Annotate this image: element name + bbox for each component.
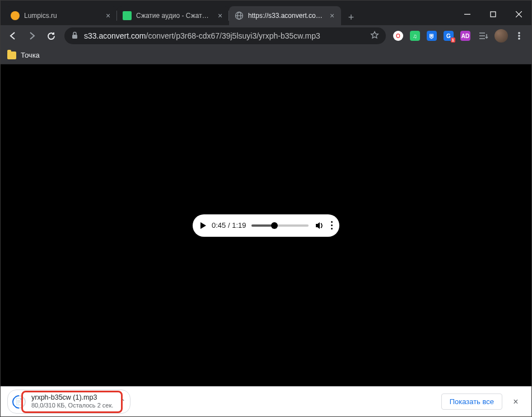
- reload-button[interactable]: [42, 27, 60, 45]
- seek-slider[interactable]: [251, 224, 309, 227]
- profile-avatar[interactable]: [493, 28, 509, 44]
- play-icon[interactable]: [200, 222, 206, 229]
- more-icon[interactable]: [330, 221, 334, 229]
- extension-translate[interactable]: G1: [441, 28, 456, 44]
- tab-strip: Lumpics.ru × Сжатие аудио - Сжатие файло…: [1, 5, 531, 25]
- audio-player: 0:45 / 1:19: [193, 214, 339, 237]
- star-icon[interactable]: [370, 31, 379, 41]
- bookmark-folder[interactable]: Точка: [7, 51, 40, 59]
- downloads-bar: 📄 yrxph-b35cw (1).mp3 80,0/310 КБ, Остал…: [1, 386, 531, 416]
- address-bar[interactable]: s33.aconvert.com/convert/p3r68-cdx67/39j…: [64, 27, 386, 44]
- chevron-up-icon[interactable]: ⌃: [120, 398, 125, 406]
- favicon-lumpics: [11, 11, 20, 20]
- tab-compression[interactable]: Сжатие аудио - Сжатие файлов ×: [117, 6, 229, 25]
- globe-icon: [235, 11, 244, 20]
- tab-title: Сжатие аудио - Сжатие файлов: [136, 12, 211, 20]
- tab-title: Lumpics.ru: [24, 12, 99, 20]
- download-item[interactable]: 📄 yrxph-b35cw (1).mp3 80,0/310 КБ, Остал…: [7, 390, 130, 414]
- svg-point-11: [518, 32, 520, 34]
- window-controls: [454, 5, 531, 23]
- show-all-button[interactable]: Показать все: [441, 393, 502, 410]
- tab-lumpics[interactable]: Lumpics.ru ×: [5, 6, 117, 25]
- menu-button[interactable]: [510, 27, 528, 45]
- url-text: s33.aconvert.com/convert/p3r68-cdx67/39j…: [84, 31, 365, 40]
- download-progress-icon: 📄: [12, 395, 26, 409]
- tab-aconvert[interactable]: https://s33.aconvert.com/convert ×: [229, 6, 341, 25]
- extension-opera[interactable]: O: [390, 28, 406, 44]
- extension-adblock[interactable]: AD: [458, 28, 473, 44]
- lock-icon: [71, 31, 78, 41]
- favicon-compression: [123, 11, 132, 20]
- extension-music[interactable]: ♫: [407, 28, 423, 44]
- tab-title: https://s33.aconvert.com/convert: [248, 12, 323, 20]
- page-content: 0:45 / 1:19: [1, 64, 531, 386]
- reading-list-icon[interactable]: [474, 27, 492, 45]
- folder-icon: [7, 51, 16, 59]
- close-downloads-icon[interactable]: ×: [507, 393, 525, 411]
- bookmarks-bar: Точка: [1, 46, 531, 64]
- svg-point-12: [518, 35, 520, 36]
- window-titlebar[interactable]: [1, 1, 531, 5]
- svg-rect-7: [72, 35, 77, 39]
- close-icon[interactable]: ×: [216, 11, 225, 20]
- back-button[interactable]: [4, 27, 22, 45]
- svg-rect-4: [491, 12, 496, 17]
- toolbar: s33.aconvert.com/convert/p3r68-cdx67/39j…: [1, 25, 531, 46]
- new-tab-button[interactable]: +: [343, 10, 359, 25]
- minimize-button[interactable]: [454, 5, 480, 23]
- forward-button[interactable]: [23, 27, 41, 45]
- extension-shield[interactable]: ⛨: [424, 28, 440, 44]
- svg-point-13: [518, 38, 520, 39]
- maximize-button[interactable]: [480, 5, 506, 23]
- volume-icon[interactable]: [314, 221, 324, 231]
- download-status: 80,0/310 КБ, Осталось 2 сек.: [31, 402, 113, 410]
- time-display: 0:45 / 1:19: [212, 221, 246, 229]
- close-icon[interactable]: ×: [328, 11, 337, 20]
- seek-thumb[interactable]: [271, 222, 278, 229]
- download-filename: yrxph-b35cw (1).mp3: [31, 393, 113, 402]
- close-icon[interactable]: ×: [104, 11, 113, 20]
- close-window-button[interactable]: [506, 5, 531, 23]
- bookmark-label: Точка: [21, 51, 40, 59]
- browser-window: Lumpics.ru × Сжатие аудио - Сжатие файло…: [0, 0, 532, 417]
